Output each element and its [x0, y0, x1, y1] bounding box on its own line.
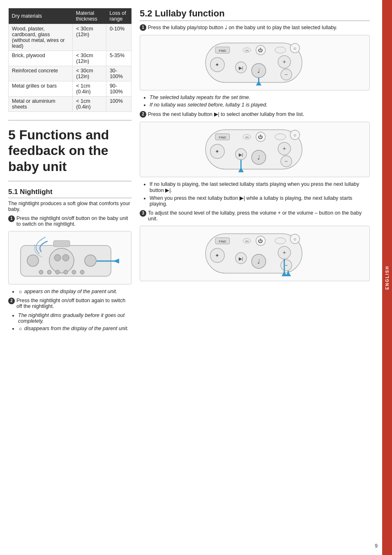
side-tab-label: ENGLISH	[385, 266, 390, 289]
table-cell-thickness: < 30cm (12in)	[73, 24, 106, 51]
lullaby-svg-3: FIND ON ⏻ ☺ ✦ ▶| ♩ +	[203, 230, 306, 277]
nightlight-device-image	[8, 231, 131, 284]
section-divider-2	[8, 181, 131, 181]
table-cell-thickness: < 30cm (12in)	[73, 51, 106, 66]
svg-point-9	[39, 270, 43, 274]
nightlight-bullet-2: The nightlight dims gradually before it …	[18, 312, 131, 324]
nightlight-bullets-2: The nightlight dims gradually before it …	[13, 312, 131, 331]
materials-table: Dry materials Material thickness Loss of…	[8, 8, 131, 112]
nightlight-bullet-1: ☼ appears on the display of the parent u…	[18, 289, 131, 294]
svg-text:ON: ON	[245, 49, 249, 52]
svg-text:FIND: FIND	[219, 49, 226, 53]
lullaby-bullet-2: If no lullaby was selected before, lulla…	[150, 102, 370, 108]
svg-rect-6	[53, 240, 70, 247]
chapter-title-line1: Functions and	[19, 127, 109, 142]
svg-text:✦: ✦	[215, 252, 219, 259]
chapter-title-line3: baby unit	[8, 159, 67, 174]
svg-point-13	[72, 270, 76, 274]
lullaby-step-2-badge: 2	[140, 111, 146, 118]
svg-point-5	[85, 255, 96, 266]
nightlight-bullet-3-text: disappears from the display of the paren…	[24, 326, 129, 331]
section-51-heading: 5.1 Nightlight	[8, 188, 131, 198]
lullaby-svg-2: FIND ON ⏻ ☺ ✦ ▶| ♩ +	[203, 126, 306, 173]
table-cell-thickness: < 1cm (0.4in)	[73, 97, 106, 112]
svg-point-1	[49, 248, 74, 273]
svg-text:✦: ✦	[215, 148, 219, 155]
nightlight-bullet-3: ☼ disappears from the display of the par…	[18, 326, 131, 331]
table-header-thickness: Material thickness	[73, 8, 106, 24]
lullaby-bullet-3: If no lullaby is playing, the last selec…	[150, 181, 370, 193]
svg-text:♩: ♩	[257, 154, 260, 161]
lullaby-bullet-4: When you press the next lullaby button ▶…	[150, 195, 370, 207]
lullaby-device-image-1: FIND ON ⏻ ☺ ✦ ▶|	[140, 35, 370, 90]
svg-text:ON: ON	[245, 240, 249, 243]
svg-text:✦: ✦	[215, 62, 219, 68]
svg-text:+: +	[282, 145, 286, 152]
svg-text:▶|: ▶|	[239, 256, 243, 261]
svg-text:⏻: ⏻	[258, 238, 263, 243]
svg-point-3	[62, 254, 69, 261]
svg-text:−: −	[285, 158, 288, 164]
svg-text:+: +	[282, 249, 286, 256]
svg-text:+: +	[282, 58, 286, 65]
left-column: Dry materials Material thickness Loss of…	[8, 8, 131, 547]
table-row: Wood, plaster, cardboard, glass (without…	[9, 24, 131, 51]
table-cell-material: Metal grilles or bars	[9, 81, 73, 97]
svg-point-11	[55, 270, 60, 274]
side-tab: ENGLISH	[382, 0, 392, 555]
svg-text:−: −	[285, 72, 288, 78]
lullaby-bullet-1: The selected lullaby repeats for the set…	[150, 95, 370, 100]
svg-point-66	[275, 238, 286, 244]
svg-text:☺: ☺	[293, 237, 297, 241]
table-cell-thickness: < 1cm (0.4in)	[73, 81, 106, 97]
table-cell-loss: 5-35%	[106, 51, 131, 66]
svg-text:▶|: ▶|	[239, 65, 243, 70]
table-row: Metal or aluminium sheets < 1cm (0.4in) …	[9, 97, 131, 112]
nightlight-symbol-2: ☼	[18, 326, 23, 331]
nightlight-svg	[16, 233, 123, 282]
step-1-row: 1 Press the nightlight on/off button on …	[8, 215, 131, 227]
chapter-title-line2: feedback on the	[8, 143, 108, 158]
svg-point-12	[64, 270, 68, 274]
step-2-row: 2 Press the nightlight on/off button aga…	[8, 298, 131, 309]
lullaby-bullet-2-text: If no lullaby was selected before, lulla…	[150, 102, 267, 108]
table-row: Reinforced concrete < 30cm (12in) 30-100…	[9, 66, 131, 81]
table-cell-loss: 0-10%	[106, 24, 131, 51]
svg-text:−: −	[285, 262, 288, 268]
page-container: ENGLISH Dry materials Material thickness…	[0, 0, 392, 555]
chapter-heading: 5 Functions and feedback on the baby uni…	[8, 127, 131, 174]
svg-text:ON: ON	[245, 136, 249, 139]
lullaby-bullets-1: The selected lullaby repeats for the set…	[145, 95, 370, 108]
svg-point-10	[47, 270, 51, 274]
lullaby-step-2-text: Press the next lullaby button ▶| to sele…	[148, 111, 370, 117]
chapter-number: 5	[8, 127, 16, 142]
svg-text:⏻: ⏻	[258, 48, 263, 53]
step-2-text: Press the nightlight on/off button again…	[16, 298, 131, 309]
lullaby-step-1-text: Press the lullaby play/stop button ♩ on …	[148, 24, 370, 30]
section-divider	[8, 120, 131, 120]
lullaby-device-image-3: FIND ON ⏻ ☺ ✦ ▶| ♩ +	[140, 226, 370, 281]
section-52-heading: 5.2 Lullaby function	[140, 8, 370, 21]
lullaby-svg-1: FIND ON ⏻ ☺ ✦ ▶|	[203, 39, 306, 86]
svg-point-22	[275, 47, 286, 53]
svg-text:☺: ☺	[293, 133, 297, 137]
lullaby-step-3-text: To adjust the sound level of the lullaby…	[148, 210, 370, 222]
right-column: 5.2 Lullaby function 1 Press the lullaby…	[140, 8, 370, 547]
svg-point-44	[275, 134, 286, 140]
nightlight-bullet-1-text: appears on the display of the parent uni…	[24, 289, 118, 294]
svg-text:⏻: ⏻	[258, 134, 263, 139]
table-row: Brick, plywood < 30cm (12in) 5-35%	[9, 51, 131, 66]
table-cell-loss: 100%	[106, 97, 131, 112]
lullaby-bullets-2: If no lullaby is playing, the last selec…	[145, 181, 370, 207]
table-cell-material: Reinforced concrete	[9, 66, 73, 81]
lullaby-step-3-badge: 3	[140, 210, 146, 217]
table-cell-loss: 30-100%	[106, 66, 131, 81]
step-1-text: Press the nightlight on/off button on th…	[16, 215, 131, 227]
svg-text:▶|: ▶|	[239, 152, 243, 157]
nightlight-bullet-2-text: The nightlight dims gradually before it …	[18, 312, 125, 324]
lullaby-device-image-2: FIND ON ⏻ ☺ ✦ ▶| ♩ +	[140, 122, 370, 177]
step-2-badge: 2	[8, 298, 15, 304]
table-cell-material: Wood, plaster, cardboard, glass (without…	[9, 24, 73, 51]
svg-point-14	[80, 270, 84, 274]
svg-text:FIND: FIND	[219, 136, 226, 139]
